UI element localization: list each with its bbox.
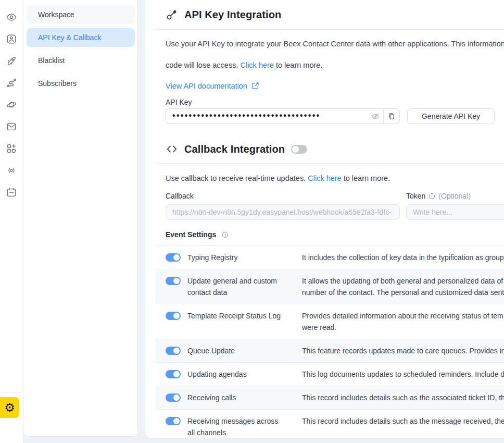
view-api-documentation-link[interactable]: View API documentation <box>166 82 247 90</box>
event-row: Update general and customcontact data It… <box>155 269 504 304</box>
event-label: Update general and customcontact data <box>187 275 302 298</box>
sidebar-item-api-key-callback[interactable]: API Key & Callback <box>27 28 135 47</box>
external-link-icon[interactable] <box>251 81 260 90</box>
event-toggle[interactable] <box>166 253 181 262</box>
event-description: This record includes details such as the… <box>302 415 504 427</box>
eye-icon[interactable] <box>1 6 22 28</box>
callback-description: Use callback to receive real-time update… <box>166 171 504 186</box>
event-settings-list: Typing Registry It includes the collecti… <box>155 245 504 443</box>
callback-url-input[interactable] <box>166 204 400 220</box>
callback-label: Callback <box>166 191 400 201</box>
calendar-icon[interactable] <box>1 181 22 203</box>
api-key-section-title: API Key Integration <box>184 9 281 21</box>
planet-icon[interactable] <box>1 94 22 116</box>
event-description: This log documents updates to scheduled … <box>302 368 504 380</box>
contact-card-icon[interactable] <box>1 28 22 50</box>
event-label: Receiving messages acrossall channels <box>187 415 302 438</box>
event-label: Typing Registry <box>187 252 302 263</box>
callback-section-title: Callback Integration <box>184 143 285 155</box>
description-text: to learn more. <box>274 61 323 69</box>
description-text: to learn more. <box>342 174 390 182</box>
api-key-input-group: •••••••••••••••••••••••••••••••••••• <box>166 108 400 124</box>
sidebar-item-subscribers[interactable]: Subscribers <box>27 74 135 93</box>
event-settings-label: Event Settings <box>166 230 216 239</box>
sidebar-item-label: Subscribers <box>38 79 77 88</box>
settings-submenu: Workspace API Key & Callback Blacklist S… <box>23 0 138 437</box>
icon-rail-stack <box>0 0 23 203</box>
eye-off-icon[interactable] <box>368 109 383 124</box>
apps-add-icon[interactable] <box>1 138 22 159</box>
event-toggle[interactable] <box>166 277 181 285</box>
rail-divider <box>2 392 21 392</box>
icon-rail: ⚙ <box>0 0 23 443</box>
api-key-description-line1: Use your API Key to integrate your Beex … <box>166 36 504 51</box>
event-toggle[interactable] <box>166 393 181 402</box>
generate-api-key-button[interactable]: Generate API Key <box>407 108 495 124</box>
main-card: API Key Integration Use your API Key to … <box>145 0 504 438</box>
event-label: Queue Update <box>187 345 302 356</box>
token-input[interactable] <box>406 204 504 220</box>
info-icon[interactable] <box>428 192 436 200</box>
api-key-callback-settings-page: { "colors": { "accent_blue": "#2e86e8", … <box>0 0 504 443</box>
event-label: Updating agendas <box>187 368 302 380</box>
event-description: This feature records updates made to car… <box>302 345 504 356</box>
gear-icon[interactable]: ⚙ <box>0 397 19 418</box>
event-toggle[interactable] <box>166 312 181 320</box>
event-row: Receiving messages acrossall channels Th… <box>155 409 504 443</box>
callback-label-text: Callback <box>166 192 194 200</box>
event-description: It includes the collection of key data i… <box>302 252 504 263</box>
event-row: Updating agendas This log documents upda… <box>155 362 504 386</box>
token-field: Token (Optional) <box>406 191 504 220</box>
sidebar-item-blacklist[interactable]: Blacklist <box>27 51 135 70</box>
gear-glyph: ⚙ <box>4 402 15 414</box>
event-settings-header: Event Settings <box>166 229 504 240</box>
api-key-description-line2: code will lose access. Click here to lea… <box>166 58 504 72</box>
event-description: This record includes details such as the… <box>302 392 504 403</box>
broadcast-icon[interactable] <box>1 159 22 181</box>
event-row: Receiving calls This record includes det… <box>155 386 504 409</box>
description-text: Use callback to receive real-time update… <box>166 174 308 182</box>
callback-field: Callback <box>166 191 400 220</box>
api-key-section-header: API Key Integration <box>155 0 504 30</box>
callback-section-header: Callback Integration <box>166 141 504 157</box>
token-label-text: Token <box>406 192 425 200</box>
event-row: Typing Registry It includes the collecti… <box>155 246 504 269</box>
api-key-label: API Key <box>166 98 504 106</box>
rocket-icon[interactable] <box>1 50 22 72</box>
token-optional-note: (Optional) <box>438 192 470 200</box>
sidebar-item-workspace[interactable]: Workspace <box>27 5 135 24</box>
mail-icon[interactable] <box>1 116 22 138</box>
doc-link-row: View API documentation <box>166 81 504 90</box>
api-key-masked-value[interactable]: •••••••••••••••••••••••••••••••••••• <box>166 112 368 120</box>
sidebar-item-label: Blacklist <box>38 56 65 65</box>
event-description: It allows the updating of both general a… <box>302 275 504 298</box>
info-icon[interactable] <box>221 231 229 239</box>
key-icon <box>166 8 178 21</box>
event-description: Provides detailed information about the … <box>302 310 504 333</box>
callback-toggle[interactable] <box>291 145 307 154</box>
event-toggle[interactable] <box>166 370 181 378</box>
description-text: code will lose access. <box>166 61 240 69</box>
event-row: Template Receipt Status Log Provides det… <box>155 304 504 339</box>
section-divider <box>155 163 504 164</box>
sidebar-item-label: Workspace <box>38 10 74 19</box>
callback-fields-row: Callback Token (Optional) <box>166 191 504 220</box>
code-brackets-icon <box>166 143 178 155</box>
event-toggle[interactable] <box>166 417 181 425</box>
event-label: Receiving calls <box>187 392 302 403</box>
event-row: Queue Update This feature records update… <box>155 339 504 362</box>
copy-icon[interactable] <box>383 109 399 124</box>
click-here-link-callback[interactable]: Click here <box>308 174 341 182</box>
token-label: Token (Optional) <box>406 191 504 201</box>
event-toggle[interactable] <box>166 347 181 355</box>
api-key-row: •••••••••••••••••••••••••••••••••••• Gen… <box>166 108 504 124</box>
route-icon[interactable] <box>1 72 22 94</box>
sidebar-item-label: API Key & Callback <box>38 33 101 42</box>
click-here-link-api[interactable]: Click here <box>240 61 273 69</box>
event-label: Template Receipt Status Log <box>187 310 302 322</box>
